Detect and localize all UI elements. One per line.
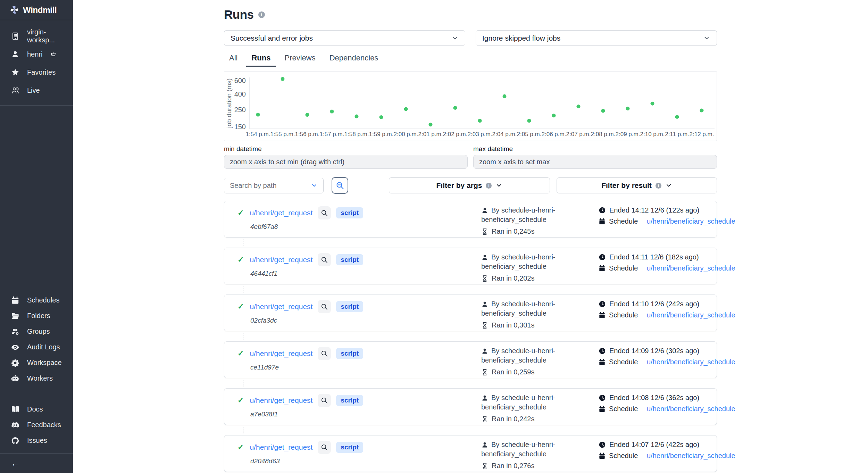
sidebar-item-favorites[interactable]: Favorites [0, 63, 73, 81]
sidebar-item-virgin-worksp[interactable]: virgin-worksp... [0, 27, 73, 45]
sidebar-item-label: Issues [27, 437, 47, 445]
run-path-link[interactable]: u/henri/get_request [250, 256, 312, 264]
schedule-path-link[interactable]: u/henri/beneficiary_schedule [647, 311, 735, 319]
x-tick-label: 1:54 p.m. [246, 131, 270, 138]
star-icon [11, 68, 20, 76]
sidebar-item-audit-logs[interactable]: Audit Logs [0, 339, 73, 355]
collapse-sidebar-button[interactable]: ← [0, 454, 73, 473]
schedule-path-link[interactable]: u/henri/beneficiary_schedule [647, 405, 735, 413]
run-ended-at: Ended 14:08 12/6 (362s ago) [609, 394, 699, 402]
inspect-run-button[interactable] [318, 253, 331, 266]
job-status-filter-select[interactable]: Successful and error jobs [224, 30, 465, 46]
sidebar-item-label: henri [27, 50, 42, 58]
chevron-down-icon [451, 34, 459, 42]
tab-previews[interactable]: Previews [279, 53, 320, 67]
sidebar-item-schedules[interactable]: Schedules [0, 292, 73, 308]
run-duration: Ran in 0,202s [492, 274, 534, 282]
runs-tabs: AllRunsPreviewsDependencies [224, 53, 717, 67]
discord-icon [11, 421, 20, 429]
run-path-link[interactable]: u/henri/get_request [250, 302, 312, 311]
run-row[interactable]: ✓u/henri/get_requestscript46441cf1By sch… [224, 248, 717, 284]
info-icon[interactable]: i [258, 11, 265, 18]
inspect-run-button[interactable] [318, 300, 331, 313]
run-row[interactable]: ✓u/henri/get_requestscriptd2048d63By sch… [224, 435, 717, 472]
github-icon [11, 437, 20, 445]
sidebar-item-workers[interactable]: Workers [0, 371, 73, 386]
info-icon[interactable]: i [656, 183, 661, 189]
sidebar-item-groups[interactable]: Groups [0, 324, 73, 339]
sidebar-item-workspace[interactable]: Workspace [0, 355, 73, 371]
data-point [281, 77, 285, 81]
run-path-link[interactable]: u/henri/get_request [250, 396, 312, 405]
sidebar-item-folders[interactable]: Folders [0, 308, 73, 324]
schedule-path-link[interactable]: u/henri/beneficiary_schedule [647, 358, 735, 366]
sidebar-divider [0, 105, 73, 106]
data-point [700, 108, 704, 112]
run-id: d2048d63 [250, 457, 363, 465]
runs-list: ✓u/henri/get_requestscript4ebf67a8By sch… [224, 201, 717, 473]
x-tick-label: 1:59 p.m. [369, 131, 394, 138]
inspect-run-button[interactable] [318, 206, 331, 219]
sidebar-item-henri[interactable]: henri [0, 45, 73, 63]
x-tick-label: 2:09 p.m. [616, 131, 640, 138]
data-point [453, 106, 457, 110]
search-by-path-select[interactable]: Search by path [224, 178, 324, 193]
x-tick-label: 2:06 p.m. [542, 131, 566, 138]
sidebar-item-label: Schedules [27, 296, 59, 304]
run-id: ce11d97e [250, 364, 363, 371]
info-icon[interactable]: i [486, 183, 492, 189]
magnifier-icon [320, 443, 328, 451]
run-row[interactable]: ✓u/henri/get_requestscript4ebf67a8By sch… [224, 201, 717, 238]
success-check-icon: ✓ [237, 255, 244, 264]
schedule-path-link[interactable]: u/henri/beneficiary_schedule [647, 264, 735, 272]
run-path-link[interactable]: u/henri/get_request [250, 443, 312, 451]
max-datetime-input[interactable]: zoom x axis to set max [473, 155, 717, 169]
filter-by-result-button[interactable]: Filter by result i [557, 177, 717, 193]
run-ended-at: Ended 14:11 12/6 (182s ago) [609, 253, 699, 261]
schedule-label: Schedule [609, 311, 638, 319]
main-area: Runs i Successful and error jobs Ignore … [73, 0, 868, 473]
job-kind-badge: script [336, 442, 363, 453]
sidebar-item-docs[interactable]: Docs [0, 401, 73, 417]
folder-icon [11, 312, 20, 320]
sidebar-item-live[interactable]: Live [0, 81, 73, 99]
data-point [330, 110, 334, 114]
job-duration-chart[interactable]: job duration (ms)1502504006001:54 p.m.1:… [224, 72, 717, 141]
magnifier-icon [320, 303, 328, 310]
filter-by-args-button[interactable]: Filter by args i [389, 177, 550, 193]
x-tick-label: 2:03 p.m. [468, 131, 492, 138]
sidebar-item-issues[interactable]: Issues [0, 433, 73, 448]
job-kind-badge: script [336, 395, 363, 406]
zoom-out-search-button[interactable] [332, 177, 348, 194]
run-id: a7e038f1 [250, 410, 363, 418]
run-duration: Ran in 0,242s [492, 415, 534, 423]
run-path-link[interactable]: u/henri/get_request [250, 349, 312, 358]
min-datetime-input[interactable]: zoom x axis to set min (drag with ctrl) [224, 155, 468, 169]
data-point [577, 105, 581, 108]
tab-dependencies[interactable]: Dependencies [324, 53, 384, 67]
success-check-icon: ✓ [237, 443, 244, 452]
inspect-run-button[interactable] [318, 394, 331, 407]
data-point [478, 119, 482, 123]
brand-logo[interactable]: Windmill [0, 0, 73, 20]
run-row[interactable]: ✓u/henri/get_requestscript02cfa3dcBy sch… [224, 294, 717, 331]
run-row[interactable]: ✓u/henri/get_requestscriptce11d97eBy sch… [224, 341, 717, 378]
tab-all[interactable]: All [224, 53, 243, 67]
inspect-run-button[interactable] [318, 441, 331, 454]
job-kind-badge: script [336, 207, 363, 218]
schedule-path-link[interactable]: u/henri/beneficiary_schedule [647, 217, 735, 225]
hourglass-icon [481, 275, 488, 282]
calendar-small-icon [599, 218, 606, 225]
magnifier-icon [320, 397, 328, 404]
schedule-path-link[interactable]: u/henri/beneficiary_schedule [647, 452, 735, 460]
skipped-jobs-filter-select[interactable]: Ignore skipped flow jobs [476, 30, 717, 46]
chevron-down-icon [703, 34, 710, 42]
inspect-run-button[interactable] [318, 347, 331, 360]
person-small-icon [481, 301, 488, 308]
run-row[interactable]: ✓u/henri/get_requestscripta7e038f1By sch… [224, 388, 717, 425]
run-duration: Ran in 0,245s [492, 227, 534, 235]
tab-runs[interactable]: Runs [246, 53, 276, 67]
groups-icon [11, 327, 20, 336]
sidebar-item-feedbacks[interactable]: Feedbacks [0, 417, 73, 433]
run-path-link[interactable]: u/henri/get_request [250, 209, 312, 217]
